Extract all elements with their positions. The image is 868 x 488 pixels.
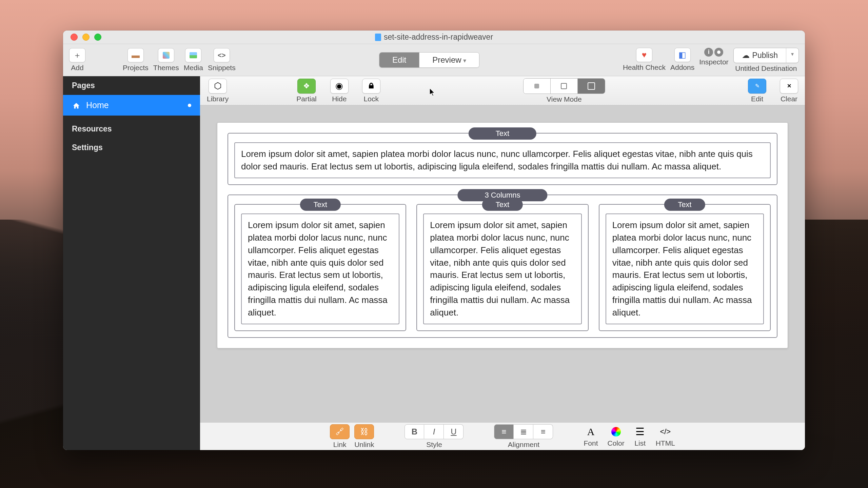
health-check-label: Health Check: [623, 63, 666, 72]
main-area: ⬡ Library ❖ Partial ◉ Hide 🔒︎ Lock: [200, 76, 805, 450]
view-mode-small[interactable]: [524, 79, 551, 94]
list-button[interactable]: ☰: [634, 426, 646, 438]
settings-header[interactable]: Settings: [63, 138, 200, 157]
paint-icon: [163, 52, 170, 59]
media-label: Media: [184, 64, 203, 72]
col2-label: Text: [482, 199, 523, 211]
inspector-page-button[interactable]: [714, 48, 723, 57]
view-mode-medium[interactable]: [551, 79, 578, 94]
eye-icon: ◉: [335, 81, 343, 91]
partial-button[interactable]: ❖: [297, 79, 316, 94]
alignment-label: Alignment: [508, 441, 539, 449]
font-button[interactable]: A: [585, 426, 597, 438]
addons-label: Addons: [670, 63, 694, 72]
italic-button[interactable]: I: [424, 424, 444, 439]
three-columns-stack[interactable]: 3 Columns Text Lorem ipsum dolor sit ame…: [228, 195, 777, 338]
projects-label: Projects: [123, 64, 149, 72]
align-right-icon: ≡: [541, 427, 546, 436]
app-window: set-site-address-in-rapidweaver ＋ Add ▬ …: [63, 30, 805, 450]
publish-button[interactable]: ☁︎Publish: [734, 48, 786, 63]
col1-label: Text: [300, 199, 340, 211]
inspector-info-button[interactable]: i: [704, 48, 713, 57]
text-format-toolbar: 🔗︎ Link ⛓︎ Unlink B I U Style: [200, 422, 805, 450]
home-label: Home: [86, 100, 109, 110]
col2-text-stack[interactable]: Text Lorem ipsum dolor sit amet, sapien …: [416, 204, 588, 331]
page-sidebar: Pages Home Resources Settings: [63, 76, 200, 450]
lock-icon: 🔒︎: [368, 82, 375, 90]
inspector-label: Inspector: [699, 58, 728, 66]
align-left-button[interactable]: ≡: [494, 424, 514, 439]
style-label: Style: [426, 441, 442, 449]
titlebar: set-site-address-in-rapidweaver: [63, 30, 805, 44]
page-canvas[interactable]: Text Lorem ipsum dolor sit amet, sapien …: [217, 122, 788, 348]
add-button[interactable]: ＋: [69, 48, 85, 62]
edit-stack-button[interactable]: ✎: [748, 79, 766, 94]
align-center-icon: ≣: [520, 427, 527, 436]
unlink-label: Unlink: [354, 441, 374, 449]
html-button[interactable]: </>: [659, 426, 671, 438]
col1-text-stack[interactable]: Text Lorem ipsum dolor sit amet, sapien …: [234, 204, 406, 331]
puzzle-icon: ◧: [678, 50, 686, 60]
color-label: Color: [608, 439, 625, 447]
edit-mode-button[interactable]: Edit: [379, 53, 419, 67]
library-button[interactable]: ⬡: [209, 79, 227, 94]
preview-mode-button[interactable]: Preview: [419, 53, 479, 67]
publish-dropdown[interactable]: ▾: [786, 48, 798, 63]
cloud-up-icon: ☁︎: [742, 51, 750, 60]
snippets-label: Snippets: [208, 64, 236, 72]
text-stack-top[interactable]: Text Lorem ipsum dolor sit amet, sapien …: [228, 133, 777, 185]
align-center-button[interactable]: ≣: [514, 424, 533, 439]
x-icon: ✕: [787, 83, 791, 89]
partial-icon: ❖: [303, 82, 310, 90]
col3-text[interactable]: Lorem ipsum dolor sit amet, sapien plate…: [606, 214, 764, 324]
picture-icon: [190, 52, 197, 58]
close-window-button[interactable]: [71, 34, 78, 41]
canvas[interactable]: Text Lorem ipsum dolor sit amet, sapien …: [200, 105, 805, 422]
bold-button[interactable]: B: [405, 424, 424, 439]
color-wheel-icon: [611, 427, 621, 436]
lock-label: Lock: [364, 95, 379, 103]
window-title: set-site-address-in-rapidweaver: [384, 33, 493, 42]
themes-label: Themes: [153, 64, 179, 72]
resources-header[interactable]: Resources: [63, 120, 200, 138]
snippets-button[interactable]: <>: [214, 48, 230, 62]
unlink-button[interactable]: ⛓︎: [354, 424, 374, 439]
link-icon: 🔗︎: [336, 427, 344, 436]
underline-button[interactable]: U: [444, 424, 463, 439]
col1-text[interactable]: Lorem ipsum dolor sit amet, sapien plate…: [241, 214, 399, 324]
addons-button[interactable]: ◧: [674, 48, 691, 62]
destination-label: Untitled Destination: [735, 64, 797, 73]
hide-label: Hide: [332, 95, 347, 103]
text-content-top[interactable]: Lorem ipsum dolor sit amet, sapien plate…: [234, 142, 771, 178]
heart-icon: ♥: [642, 50, 647, 60]
view-mode-large[interactable]: [578, 79, 605, 94]
view-mode-label: View Mode: [547, 95, 582, 103]
list-label: List: [634, 439, 646, 447]
col2-text[interactable]: Lorem ipsum dolor sit amet, sapien plate…: [423, 214, 581, 324]
home-icon: [72, 102, 81, 109]
main-toolbar: ＋ Add ▬ Projects Themes Media <> Snippet…: [63, 44, 805, 76]
lock-button[interactable]: 🔒︎: [362, 79, 380, 94]
projects-button[interactable]: ▬: [127, 48, 144, 62]
clear-label: Clear: [781, 95, 797, 103]
color-button[interactable]: [610, 426, 622, 438]
partial-label: Partial: [296, 95, 317, 103]
hide-button[interactable]: ◉: [330, 79, 349, 94]
pages-header: Pages: [63, 76, 200, 95]
themes-button[interactable]: [158, 48, 174, 62]
html-icon: </>: [660, 427, 671, 436]
clear-button[interactable]: ✕: [780, 79, 798, 94]
minimize-window-button[interactable]: [82, 34, 90, 41]
edit-label: Edit: [751, 95, 763, 103]
zoom-window-button[interactable]: [94, 34, 101, 41]
link-button[interactable]: 🔗︎: [330, 424, 350, 439]
media-button[interactable]: [185, 48, 201, 62]
view-mode-segment: [523, 78, 605, 94]
col3-text-stack[interactable]: Text Lorem ipsum dolor sit amet, sapien …: [599, 204, 771, 331]
html-label: HTML: [656, 439, 675, 447]
sidebar-item-home[interactable]: Home: [63, 95, 200, 116]
align-right-button[interactable]: ≡: [533, 424, 553, 439]
library-label: Library: [207, 95, 229, 103]
health-check-button[interactable]: ♥: [636, 48, 652, 62]
drawer-icon: ▬: [132, 50, 140, 60]
